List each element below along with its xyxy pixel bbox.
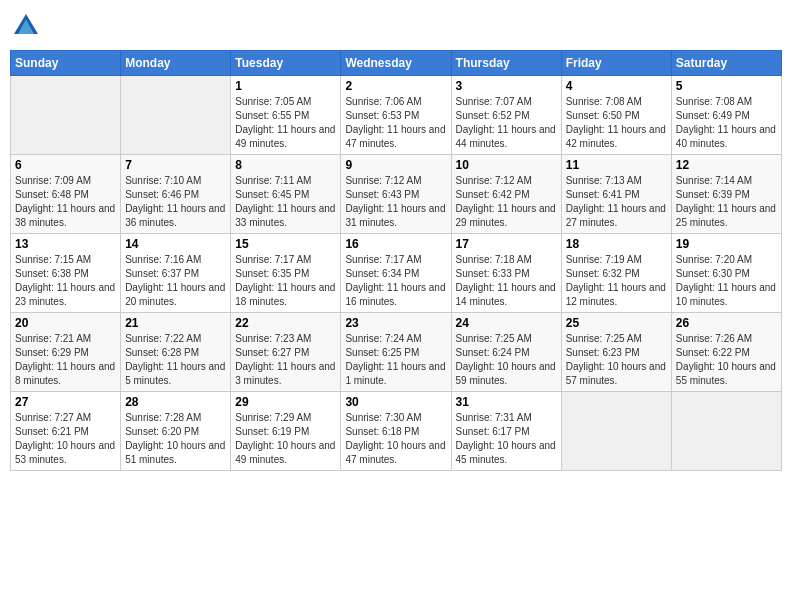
day-header-thursday: Thursday <box>451 51 561 76</box>
day-info: Sunrise: 7:21 AM Sunset: 6:29 PM Dayligh… <box>15 332 116 388</box>
day-number: 23 <box>345 316 446 330</box>
day-number: 12 <box>676 158 777 172</box>
calendar-cell: 8Sunrise: 7:11 AM Sunset: 6:45 PM Daylig… <box>231 155 341 234</box>
calendar-cell: 30Sunrise: 7:30 AM Sunset: 6:18 PM Dayli… <box>341 392 451 471</box>
calendar-cell: 27Sunrise: 7:27 AM Sunset: 6:21 PM Dayli… <box>11 392 121 471</box>
day-number: 8 <box>235 158 336 172</box>
day-number: 15 <box>235 237 336 251</box>
day-info: Sunrise: 7:05 AM Sunset: 6:55 PM Dayligh… <box>235 95 336 151</box>
day-info: Sunrise: 7:25 AM Sunset: 6:23 PM Dayligh… <box>566 332 667 388</box>
calendar-cell <box>671 392 781 471</box>
calendar-cell <box>561 392 671 471</box>
day-info: Sunrise: 7:16 AM Sunset: 6:37 PM Dayligh… <box>125 253 226 309</box>
day-info: Sunrise: 7:12 AM Sunset: 6:43 PM Dayligh… <box>345 174 446 230</box>
day-number: 10 <box>456 158 557 172</box>
day-number: 22 <box>235 316 336 330</box>
day-info: Sunrise: 7:08 AM Sunset: 6:50 PM Dayligh… <box>566 95 667 151</box>
day-header-wednesday: Wednesday <box>341 51 451 76</box>
calendar-cell: 15Sunrise: 7:17 AM Sunset: 6:35 PM Dayli… <box>231 234 341 313</box>
day-number: 5 <box>676 79 777 93</box>
day-number: 21 <box>125 316 226 330</box>
week-row-5: 27Sunrise: 7:27 AM Sunset: 6:21 PM Dayli… <box>11 392 782 471</box>
calendar-cell: 29Sunrise: 7:29 AM Sunset: 6:19 PM Dayli… <box>231 392 341 471</box>
day-number: 2 <box>345 79 446 93</box>
day-number: 16 <box>345 237 446 251</box>
day-number: 6 <box>15 158 116 172</box>
day-info: Sunrise: 7:31 AM Sunset: 6:17 PM Dayligh… <box>456 411 557 467</box>
calendar-cell: 22Sunrise: 7:23 AM Sunset: 6:27 PM Dayli… <box>231 313 341 392</box>
day-number: 25 <box>566 316 667 330</box>
calendar-cell: 9Sunrise: 7:12 AM Sunset: 6:43 PM Daylig… <box>341 155 451 234</box>
day-info: Sunrise: 7:27 AM Sunset: 6:21 PM Dayligh… <box>15 411 116 467</box>
calendar-cell: 11Sunrise: 7:13 AM Sunset: 6:41 PM Dayli… <box>561 155 671 234</box>
day-info: Sunrise: 7:08 AM Sunset: 6:49 PM Dayligh… <box>676 95 777 151</box>
calendar-cell <box>11 76 121 155</box>
day-number: 24 <box>456 316 557 330</box>
calendar-cell: 16Sunrise: 7:17 AM Sunset: 6:34 PM Dayli… <box>341 234 451 313</box>
calendar-cell: 14Sunrise: 7:16 AM Sunset: 6:37 PM Dayli… <box>121 234 231 313</box>
calendar-cell: 25Sunrise: 7:25 AM Sunset: 6:23 PM Dayli… <box>561 313 671 392</box>
calendar-cell: 18Sunrise: 7:19 AM Sunset: 6:32 PM Dayli… <box>561 234 671 313</box>
calendar: SundayMondayTuesdayWednesdayThursdayFrid… <box>10 50 782 471</box>
day-info: Sunrise: 7:19 AM Sunset: 6:32 PM Dayligh… <box>566 253 667 309</box>
calendar-cell: 13Sunrise: 7:15 AM Sunset: 6:38 PM Dayli… <box>11 234 121 313</box>
day-number: 17 <box>456 237 557 251</box>
day-info: Sunrise: 7:12 AM Sunset: 6:42 PM Dayligh… <box>456 174 557 230</box>
day-info: Sunrise: 7:29 AM Sunset: 6:19 PM Dayligh… <box>235 411 336 467</box>
day-info: Sunrise: 7:07 AM Sunset: 6:52 PM Dayligh… <box>456 95 557 151</box>
day-number: 28 <box>125 395 226 409</box>
week-row-2: 6Sunrise: 7:09 AM Sunset: 6:48 PM Daylig… <box>11 155 782 234</box>
day-header-tuesday: Tuesday <box>231 51 341 76</box>
calendar-cell: 24Sunrise: 7:25 AM Sunset: 6:24 PM Dayli… <box>451 313 561 392</box>
calendar-cell: 12Sunrise: 7:14 AM Sunset: 6:39 PM Dayli… <box>671 155 781 234</box>
day-header-friday: Friday <box>561 51 671 76</box>
day-info: Sunrise: 7:17 AM Sunset: 6:35 PM Dayligh… <box>235 253 336 309</box>
calendar-cell <box>121 76 231 155</box>
day-header-sunday: Sunday <box>11 51 121 76</box>
day-info: Sunrise: 7:14 AM Sunset: 6:39 PM Dayligh… <box>676 174 777 230</box>
day-number: 31 <box>456 395 557 409</box>
logo <box>10 10 46 42</box>
day-number: 30 <box>345 395 446 409</box>
day-number: 9 <box>345 158 446 172</box>
logo-icon <box>10 10 42 42</box>
day-header-monday: Monday <box>121 51 231 76</box>
calendar-header-row: SundayMondayTuesdayWednesdayThursdayFrid… <box>11 51 782 76</box>
calendar-cell: 5Sunrise: 7:08 AM Sunset: 6:49 PM Daylig… <box>671 76 781 155</box>
calendar-cell: 20Sunrise: 7:21 AM Sunset: 6:29 PM Dayli… <box>11 313 121 392</box>
day-number: 29 <box>235 395 336 409</box>
day-info: Sunrise: 7:10 AM Sunset: 6:46 PM Dayligh… <box>125 174 226 230</box>
day-number: 14 <box>125 237 226 251</box>
day-info: Sunrise: 7:30 AM Sunset: 6:18 PM Dayligh… <box>345 411 446 467</box>
day-info: Sunrise: 7:11 AM Sunset: 6:45 PM Dayligh… <box>235 174 336 230</box>
day-info: Sunrise: 7:22 AM Sunset: 6:28 PM Dayligh… <box>125 332 226 388</box>
day-number: 26 <box>676 316 777 330</box>
calendar-cell: 4Sunrise: 7:08 AM Sunset: 6:50 PM Daylig… <box>561 76 671 155</box>
day-number: 27 <box>15 395 116 409</box>
calendar-cell: 21Sunrise: 7:22 AM Sunset: 6:28 PM Dayli… <box>121 313 231 392</box>
day-info: Sunrise: 7:26 AM Sunset: 6:22 PM Dayligh… <box>676 332 777 388</box>
calendar-cell: 2Sunrise: 7:06 AM Sunset: 6:53 PM Daylig… <box>341 76 451 155</box>
calendar-cell: 3Sunrise: 7:07 AM Sunset: 6:52 PM Daylig… <box>451 76 561 155</box>
week-row-4: 20Sunrise: 7:21 AM Sunset: 6:29 PM Dayli… <box>11 313 782 392</box>
day-number: 13 <box>15 237 116 251</box>
page-header <box>10 10 782 42</box>
day-info: Sunrise: 7:06 AM Sunset: 6:53 PM Dayligh… <box>345 95 446 151</box>
calendar-cell: 19Sunrise: 7:20 AM Sunset: 6:30 PM Dayli… <box>671 234 781 313</box>
day-info: Sunrise: 7:24 AM Sunset: 6:25 PM Dayligh… <box>345 332 446 388</box>
day-number: 1 <box>235 79 336 93</box>
calendar-cell: 1Sunrise: 7:05 AM Sunset: 6:55 PM Daylig… <box>231 76 341 155</box>
day-info: Sunrise: 7:18 AM Sunset: 6:33 PM Dayligh… <box>456 253 557 309</box>
day-info: Sunrise: 7:15 AM Sunset: 6:38 PM Dayligh… <box>15 253 116 309</box>
calendar-cell: 26Sunrise: 7:26 AM Sunset: 6:22 PM Dayli… <box>671 313 781 392</box>
day-number: 4 <box>566 79 667 93</box>
day-info: Sunrise: 7:20 AM Sunset: 6:30 PM Dayligh… <box>676 253 777 309</box>
day-info: Sunrise: 7:23 AM Sunset: 6:27 PM Dayligh… <box>235 332 336 388</box>
day-number: 7 <box>125 158 226 172</box>
day-header-saturday: Saturday <box>671 51 781 76</box>
calendar-cell: 23Sunrise: 7:24 AM Sunset: 6:25 PM Dayli… <box>341 313 451 392</box>
calendar-cell: 6Sunrise: 7:09 AM Sunset: 6:48 PM Daylig… <box>11 155 121 234</box>
week-row-3: 13Sunrise: 7:15 AM Sunset: 6:38 PM Dayli… <box>11 234 782 313</box>
week-row-1: 1Sunrise: 7:05 AM Sunset: 6:55 PM Daylig… <box>11 76 782 155</box>
day-info: Sunrise: 7:09 AM Sunset: 6:48 PM Dayligh… <box>15 174 116 230</box>
